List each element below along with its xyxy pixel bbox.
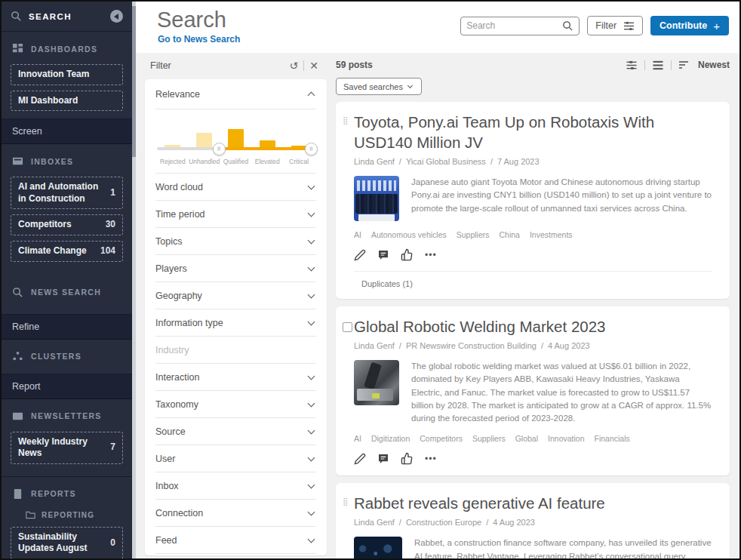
thumbs-up-icon[interactable] — [401, 248, 414, 261]
tag[interactable]: China — [500, 230, 520, 239]
post-tags: AI Digitization Competitors Suppliers Gl… — [354, 434, 712, 443]
inboxes-header[interactable]: INBOXES — [9, 152, 125, 171]
search-icon — [11, 11, 22, 22]
filter-section-user[interactable]: User — [155, 445, 316, 472]
sort-icon[interactable] — [678, 60, 690, 69]
tag[interactable]: AI — [354, 434, 361, 443]
contribute-button[interactable]: Contribute + — [650, 16, 729, 35]
sidebar-item-weekly-industry-news[interactable]: Weekly Industry News7 — [11, 432, 123, 464]
tag[interactable]: Suppliers — [457, 230, 490, 239]
drag-handle-icon[interactable]: ⣿ — [343, 117, 348, 125]
filter-section-industry: Industry — [155, 337, 316, 364]
filter-section-players[interactable]: Players — [155, 255, 316, 282]
collapse-arrow-icon — [114, 14, 118, 20]
thumbs-up-icon[interactable] — [401, 452, 414, 465]
reset-filters-icon[interactable]: ↺ — [284, 60, 304, 72]
histogram-bar-qualified — [228, 129, 244, 149]
tag[interactable]: Suppliers — [472, 434, 506, 443]
sidebar-item-clusters[interactable]: CLUSTERS — [2, 340, 132, 374]
sort-order-label[interactable]: Newest — [698, 60, 730, 70]
section-label: Relevance — [155, 89, 200, 100]
reporting-folder[interactable]: REPORTING — [9, 504, 125, 522]
post-source[interactable]: Construction Europe — [406, 518, 481, 527]
comment-icon[interactable] — [377, 249, 389, 261]
filter-section-relevance[interactable]: Relevance — [155, 79, 316, 109]
filter-section-information-type[interactable]: Information type — [155, 309, 316, 337]
filter-section-connection[interactable]: Connection — [155, 500, 316, 527]
close-filter-icon[interactable]: ✕ — [304, 60, 324, 72]
sidebar-collapse-button[interactable] — [110, 10, 123, 23]
post-title[interactable]: Rabbet reveals generative AI feature — [354, 493, 712, 513]
chevron-down-icon — [308, 291, 315, 298]
tag[interactable]: Digitization — [371, 434, 410, 443]
sidebar-item-news-search[interactable]: NEWS SEARCH — [2, 277, 132, 308]
edit-icon[interactable] — [354, 249, 366, 261]
edit-icon[interactable] — [354, 453, 366, 465]
chevron-down-icon — [308, 318, 315, 325]
newsletters-header[interactable]: NEWSLETTERS — [9, 408, 125, 426]
comment-icon[interactable] — [377, 453, 389, 465]
item-label: MI Dashboard — [18, 95, 78, 107]
sidebar-item-sustainability-updates[interactable]: Sustainability Updates August0 — [11, 527, 123, 558]
dashboards-group: DASHBOARDS Innovation Team MI Dashboard — [2, 32, 132, 118]
search-icon[interactable] — [562, 20, 573, 32]
tag[interactable]: Financials — [595, 434, 630, 443]
post-thumbnail[interactable] — [354, 176, 399, 221]
filter-section-time-period[interactable]: Time period — [155, 201, 316, 228]
post-thumbnail[interactable] — [354, 360, 399, 405]
filter-section-feed[interactable]: Feed — [155, 527, 316, 554]
drag-handle-icon[interactable]: ⣿ — [343, 498, 348, 506]
more-actions-icon[interactable]: ••• — [425, 454, 437, 464]
filter-section-geography[interactable]: Geography — [155, 282, 316, 309]
more-actions-icon[interactable]: ••• — [425, 250, 437, 260]
sidebar-item-competitors[interactable]: Competitors30 — [11, 214, 123, 235]
saved-searches-dropdown[interactable]: Saved searches — [336, 78, 422, 95]
filter-section-taxonomy[interactable]: Taxonomy — [155, 391, 316, 418]
sidebar-item-climate-change[interactable]: Climate Change104 — [11, 241, 123, 262]
chevron-up-icon — [308, 92, 315, 100]
dashboards-label: DASHBOARDS — [31, 45, 97, 54]
filter-button[interactable]: Filter — [587, 16, 643, 35]
reports-header[interactable]: REPORTS — [9, 485, 125, 504]
post-author[interactable]: Linda Genf — [354, 341, 395, 350]
post-author[interactable]: Linda Genf — [354, 518, 395, 527]
post-title[interactable]: Global Robotic Welding Market 2023 — [354, 316, 712, 337]
sidebar-item-mi-dashboard[interactable]: MI Dashboard — [11, 91, 123, 112]
post-author[interactable]: Linda Genf — [354, 157, 395, 166]
dashboards-header[interactable]: DASHBOARDS — [9, 40, 125, 59]
post-source[interactable]: PR Newswire Construction Building — [406, 341, 537, 350]
duplicates-link[interactable]: Duplicates (1) — [354, 271, 712, 288]
sidebar-item-innovation-team[interactable]: Innovation Team — [11, 64, 123, 85]
tag[interactable]: Competitors — [420, 434, 463, 443]
relevance-slider-left-handle[interactable]: ⠿ — [213, 143, 226, 155]
sidebar-header-search[interactable]: SEARCH — [2, 2, 132, 32]
tag[interactable]: Autonomous vehicles — [371, 230, 447, 239]
relevance-slider-active-range[interactable] — [219, 147, 311, 150]
list-view-icon[interactable] — [652, 60, 664, 70]
compact-view-icon[interactable] — [626, 60, 638, 70]
item-count: 104 — [100, 245, 115, 257]
relevance-slider-right-handle[interactable]: ⠿ — [305, 143, 318, 155]
inboxes-label: INBOXES — [31, 157, 73, 166]
tag[interactable]: Innovation — [548, 434, 584, 443]
search-input[interactable] — [466, 20, 562, 31]
post-checkbox[interactable] — [343, 322, 352, 332]
filter-section-interaction[interactable]: Interaction — [155, 364, 316, 391]
filter-section-word-cloud[interactable]: Word cloud — [155, 174, 316, 201]
post-thumbnail[interactable] — [354, 537, 402, 560]
sidebar-item-ai-automation-construction[interactable]: AI and Automation in Construction1 — [11, 177, 123, 209]
chevron-down-icon — [308, 508, 315, 515]
post-title[interactable]: Toyota, Pony.ai Team Up on Robotaxis Wit… — [354, 112, 712, 152]
go-to-news-search-link[interactable]: Go to News Search — [158, 34, 240, 45]
tag[interactable]: Investments — [530, 230, 573, 239]
label-unhandled: Unhandled — [189, 158, 220, 165]
filter-section-inbox[interactable]: Inbox — [155, 472, 316, 500]
filter-section-source[interactable]: Source — [155, 418, 316, 445]
filter-section-topics[interactable]: Topics — [155, 228, 316, 255]
post-meta: Linda Genf / PR Newswire Construction Bu… — [354, 341, 712, 350]
header-search-box[interactable] — [460, 17, 580, 35]
post-source[interactable]: Yicai Global Business — [406, 157, 486, 166]
tag[interactable]: Global — [515, 434, 538, 443]
newsletters-label: NEWSLETTERS — [31, 411, 102, 420]
tag[interactable]: AI — [354, 230, 361, 239]
